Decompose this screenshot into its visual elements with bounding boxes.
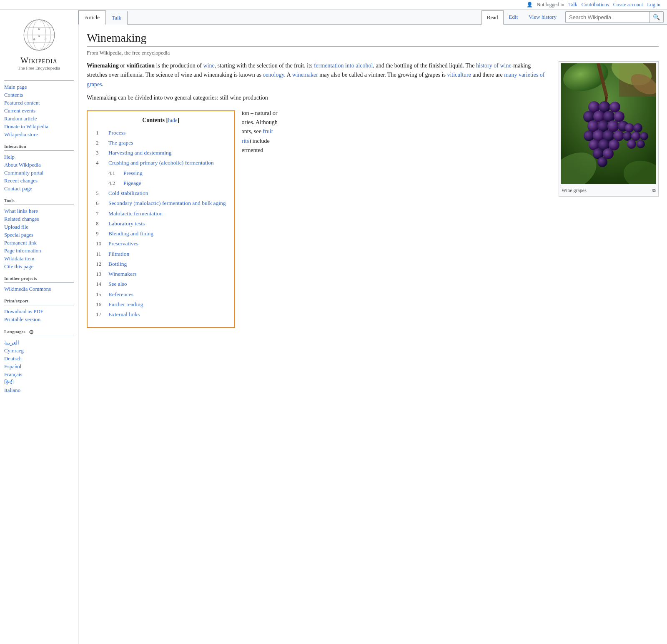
sidebar-item-wikimedia-commons[interactable]: Wikimedia Commons — [4, 285, 74, 293]
sidebar-item-printable-version[interactable]: Printable version — [4, 316, 74, 324]
sidebar-item-wikidata-item[interactable]: Wikidata item — [4, 255, 74, 263]
image-caption: Wine grapes ⧉ — [561, 186, 657, 195]
action-tab-read[interactable]: Read — [481, 10, 504, 25]
create-account-link[interactable]: Create account — [613, 2, 643, 8]
toc-link-11[interactable]: Filtration — [108, 250, 129, 258]
sidebar-navigation: Main page Contents Featured content Curr… — [4, 80, 74, 139]
toc-link-4-2[interactable]: Pigeage — [123, 179, 141, 187]
sidebar-tools-header: Tools — [4, 198, 74, 203]
sidebar-item-cite-this-page[interactable]: Cite this page — [4, 263, 74, 271]
toc-link-10[interactable]: Preservatives — [108, 240, 138, 248]
article: Winemaking From Wikipedia, the free ency… — [78, 25, 667, 336]
toc-link-16[interactable]: Further reading — [108, 300, 143, 309]
toc-num-14: 14 — [96, 280, 108, 288]
image-caption-text: Wine grapes — [562, 187, 587, 194]
sidebar-item-wikipedia-store[interactable]: Wikipedia store — [4, 131, 74, 139]
sidebar-item-related-changes[interactable]: Related changes — [4, 215, 74, 223]
search-input[interactable] — [566, 12, 649, 22]
action-tab-view-history[interactable]: View history — [523, 10, 562, 24]
toc-link-9[interactable]: Blending and fining — [108, 230, 153, 238]
sidebar-item-lang-cymraeg[interactable]: Cymraeg — [4, 347, 74, 355]
sidebar-item-featured-content[interactable]: Featured content — [4, 99, 74, 107]
sidebar-item-about-wikipedia[interactable]: About Wikipedia — [4, 161, 74, 169]
toc-link-17[interactable]: External links — [108, 310, 140, 319]
toc-item-4-1: 4.1 Pressing — [96, 168, 226, 178]
svg-point-44 — [637, 140, 645, 148]
toc-num-3: 3 — [96, 149, 108, 157]
sidebar-item-upload-file[interactable]: Upload file — [4, 223, 74, 231]
svg-point-31 — [613, 130, 624, 141]
tabs-left: Article Talk — [78, 10, 127, 24]
toc-item-10: 10 Preservatives — [96, 239, 226, 249]
sidebar-item-recent-changes[interactable]: Recent changes — [4, 177, 74, 185]
sidebar-item-main-page[interactable]: Main page — [4, 83, 74, 91]
sidebar-interaction-header: Interaction — [4, 144, 74, 149]
sidebar-item-lang-espanol[interactable]: Español — [4, 363, 74, 371]
toc-link-5[interactable]: Cold stabilization — [108, 189, 148, 197]
action-tab-edit[interactable]: Edit — [504, 10, 524, 24]
sidebar-item-what-links-here[interactable]: What links here — [4, 207, 74, 215]
search-button[interactable]: 🔍 — [649, 12, 663, 22]
tab-bar: Article Talk Read Edit View history 🔍 — [78, 10, 667, 25]
toc-item-4-2: 4.2 Pigeage — [96, 178, 226, 188]
viticulture-link[interactable]: viticulture — [447, 72, 471, 78]
sidebar-item-lang-deutsch[interactable]: Deutsch — [4, 355, 74, 363]
log-in-link[interactable]: Log in — [647, 2, 660, 8]
sidebar-item-contents[interactable]: Contents — [4, 91, 74, 99]
svg-point-39 — [633, 123, 642, 132]
sidebar-item-page-information[interactable]: Page information — [4, 247, 74, 255]
wine-link[interactable]: wine — [203, 62, 214, 69]
sidebar-item-help[interactable]: Help — [4, 153, 74, 161]
sidebar-item-community-portal[interactable]: Community portal — [4, 169, 74, 177]
toc-hide-link[interactable]: hide — [168, 117, 177, 123]
toc-item-1: 1 Process — [96, 128, 226, 138]
toc-link-3[interactable]: Harvesting and destemming — [108, 149, 171, 157]
toc-item-8: 8 Laboratory tests — [96, 219, 226, 229]
toc-num-7: 7 — [96, 210, 108, 218]
contributions-link[interactable]: Contributions — [582, 2, 609, 8]
sidebar-item-download-pdf[interactable]: Download as PDF — [4, 308, 74, 316]
toc-link-1[interactable]: Process — [108, 129, 125, 137]
tab-talk[interactable]: Talk — [105, 11, 128, 25]
toc-link-13[interactable]: Winemakers — [108, 270, 137, 278]
sidebar-item-special-pages[interactable]: Special pages — [4, 231, 74, 239]
sidebar-item-lang-hindi[interactable]: हिन्दी — [4, 379, 74, 387]
rits-link[interactable]: rits — [242, 138, 249, 144]
sidebar-item-lang-francais[interactable]: Français — [4, 371, 74, 379]
sidebar-item-current-events[interactable]: Current events — [4, 107, 74, 115]
toc-link-8[interactable]: Laboratory tests — [108, 220, 145, 228]
talk-link[interactable]: Talk — [569, 2, 577, 8]
oenology-link[interactable]: oenology — [263, 72, 284, 78]
history-of-wine-link[interactable]: history of wine — [476, 62, 512, 69]
winemaking-bold: Winemaking — [87, 62, 119, 69]
toc-link-6[interactable]: Secondary (malolactic) fermentation and … — [108, 199, 226, 207]
sidebar-item-lang-italiano[interactable]: Italiano — [4, 387, 74, 394]
toc-link-15[interactable]: References — [108, 290, 133, 299]
toc-link-7[interactable]: Malolactic fermentation — [108, 210, 163, 218]
tab-article[interactable]: Article — [78, 10, 106, 25]
image-expand-icon[interactable]: ⧉ — [652, 188, 656, 193]
winemaker-link[interactable]: winemaker — [292, 72, 318, 78]
sidebar-item-donate[interactable]: Donate to Wikipedia — [4, 123, 74, 131]
toc-link-14[interactable]: See also — [108, 280, 127, 288]
fermentation-link[interactable]: fermentation into alcohol — [314, 62, 373, 69]
toc-title: Contents — [142, 117, 165, 123]
languages-gear-icon[interactable]: ⚙ — [29, 329, 34, 336]
sidebar-item-lang-arabic[interactable]: العربية — [4, 339, 74, 347]
toc-item-12: 12 Bottling — [96, 259, 226, 269]
sidebar-item-contact-page[interactable]: Contact page — [4, 185, 74, 193]
toc-num-17: 17 — [96, 310, 108, 319]
article-subtitle: From Wikipedia, the free encyclopedia — [87, 50, 659, 56]
sidebar-print-export: Print/export Download as PDF Printable v… — [4, 298, 74, 324]
sidebar-item-permanent-link[interactable]: Permanent link — [4, 239, 74, 247]
toc-link-4-1[interactable]: Pressing — [123, 169, 143, 177]
sidebar-item-random-article[interactable]: Random article — [4, 115, 74, 123]
svg-text:維: 維 — [33, 38, 35, 40]
toc-link-2[interactable]: The grapes — [108, 139, 133, 147]
toc-num-10: 10 — [96, 240, 108, 248]
fruit-link[interactable]: fruit — [263, 128, 273, 135]
content-wrap: Article Talk Read Edit View history 🔍 Wi… — [78, 10, 667, 644]
toc-link-4[interactable]: Crushing and primary (alcoholic) ferment… — [108, 159, 214, 167]
toc-link-12[interactable]: Bottling — [108, 260, 127, 268]
svg-point-37 — [597, 157, 607, 167]
